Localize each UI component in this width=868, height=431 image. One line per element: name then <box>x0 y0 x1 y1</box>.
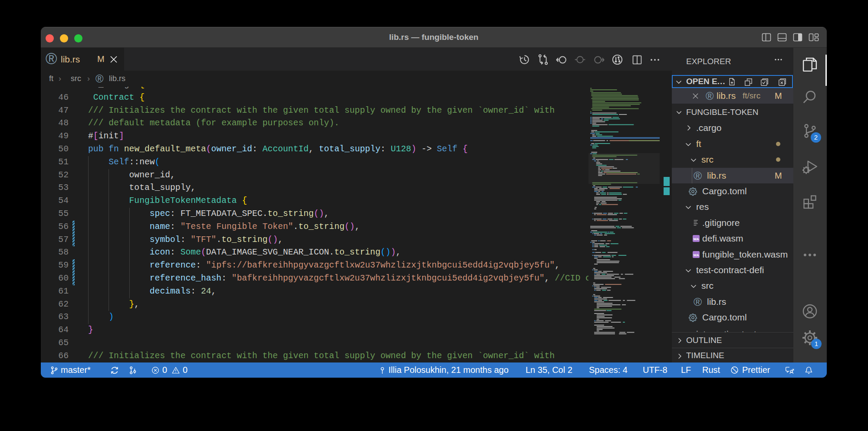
svg-text:WA: WA <box>694 237 699 241</box>
svg-text:WA: WA <box>694 253 699 257</box>
